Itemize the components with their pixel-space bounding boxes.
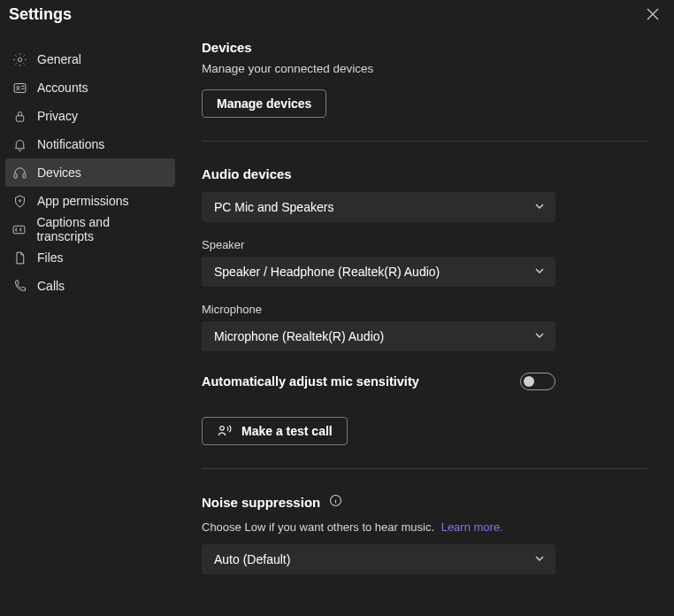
sidebar: General Accounts Privacy Notifications (0, 33, 175, 616)
noise-suppression-title-row: Noise suppression (202, 494, 647, 510)
microphone-label: Microphone (202, 303, 647, 316)
svg-point-2 (16, 86, 19, 89)
lock-icon (11, 107, 28, 125)
bell-icon (11, 135, 28, 153)
svg-point-6 (19, 199, 20, 201)
button-label: Manage devices (217, 96, 311, 111)
settings-window: Settings General Accounts (0, 0, 674, 616)
id-card-icon (11, 79, 28, 96)
auto-mic-sensitivity-label: Automatically adjust mic sensitivity (202, 374, 419, 389)
noise-suppression-title: Noise suppression (202, 495, 320, 510)
chevron-down-icon (534, 552, 545, 566)
sidebar-item-devices[interactable]: Devices (5, 158, 175, 187)
make-test-call-button[interactable]: Make a test call (202, 417, 348, 445)
shield-icon (11, 192, 28, 210)
gear-icon (11, 50, 28, 68)
info-icon[interactable] (329, 494, 342, 510)
noise-suppression-select[interactable]: Auto (Default) (202, 544, 555, 574)
svg-rect-4 (14, 173, 17, 178)
sidebar-item-label: Notifications (37, 137, 104, 151)
svg-point-8 (220, 426, 225, 430)
devices-section-subtitle: Manage your connected devices (202, 62, 647, 75)
svg-rect-3 (16, 115, 24, 120)
chevron-down-icon (534, 200, 545, 214)
sidebar-item-label: App permissions (37, 194, 129, 208)
microphone-select[interactable]: Microphone (Realtek(R) Audio) (202, 321, 555, 351)
svg-point-0 (18, 58, 21, 61)
page-title: Settings (9, 5, 670, 24)
svg-rect-7 (13, 226, 25, 234)
sidebar-item-general[interactable]: General (5, 45, 175, 73)
sidebar-item-calls[interactable]: Calls (5, 272, 175, 300)
person-voice-icon (217, 423, 233, 440)
svg-rect-1 (14, 83, 26, 92)
header: Settings (0, 0, 674, 33)
audio-devices-title: Audio devices (202, 166, 647, 181)
toggle-knob (524, 376, 534, 387)
sidebar-item-label: Calls (37, 279, 65, 293)
main-panel: Devices Manage your connected devices Ma… (175, 33, 674, 616)
section-divider (202, 468, 647, 469)
sidebar-item-label: Captions and transcripts (36, 215, 166, 243)
close-button[interactable] (646, 7, 662, 23)
sidebar-item-label: Accounts (37, 81, 88, 95)
select-value: Microphone (Realtek(R) Audio) (214, 329, 384, 343)
file-icon (11, 249, 28, 266)
sidebar-item-notifications[interactable]: Notifications (5, 130, 175, 158)
devices-section-title: Devices (202, 40, 647, 55)
sidebar-item-files[interactable]: Files (5, 243, 175, 272)
close-icon (646, 10, 660, 24)
captions-icon (11, 220, 27, 238)
select-value: Speaker / Headphone (Realtek(R) Audio) (214, 265, 440, 279)
svg-rect-5 (23, 173, 26, 178)
phone-icon (11, 277, 28, 295)
chevron-down-icon (534, 329, 545, 343)
sidebar-item-privacy[interactable]: Privacy (5, 102, 175, 130)
select-value: PC Mic and Speakers (214, 200, 333, 214)
sidebar-item-app-permissions[interactable]: App permissions (5, 187, 175, 215)
noise-suppression-help: Choose Low if you want others to hear mu… (202, 520, 647, 534)
audio-device-select[interactable]: PC Mic and Speakers (202, 192, 555, 222)
auto-mic-sensitivity-toggle[interactable] (520, 373, 555, 390)
sidebar-item-label: Privacy (37, 109, 78, 123)
auto-mic-sensitivity-row: Automatically adjust mic sensitivity (202, 373, 555, 390)
learn-more-link[interactable]: Learn more. (441, 520, 503, 534)
sidebar-item-label: General (37, 52, 81, 66)
select-value: Auto (Default) (214, 552, 290, 566)
section-divider (202, 141, 647, 142)
headset-icon (11, 164, 28, 181)
chevron-down-icon (534, 265, 545, 279)
button-label: Make a test call (241, 424, 333, 438)
speaker-label: Speaker (202, 238, 647, 251)
sidebar-item-label: Devices (37, 166, 81, 180)
manage-devices-button[interactable]: Manage devices (202, 89, 326, 118)
sidebar-item-accounts[interactable]: Accounts (5, 73, 175, 102)
sidebar-item-captions[interactable]: Captions and transcripts (5, 215, 175, 243)
sidebar-item-label: Files (37, 250, 64, 265)
speaker-select[interactable]: Speaker / Headphone (Realtek(R) Audio) (202, 257, 555, 287)
help-text: Choose Low if you want others to hear mu… (202, 520, 434, 534)
